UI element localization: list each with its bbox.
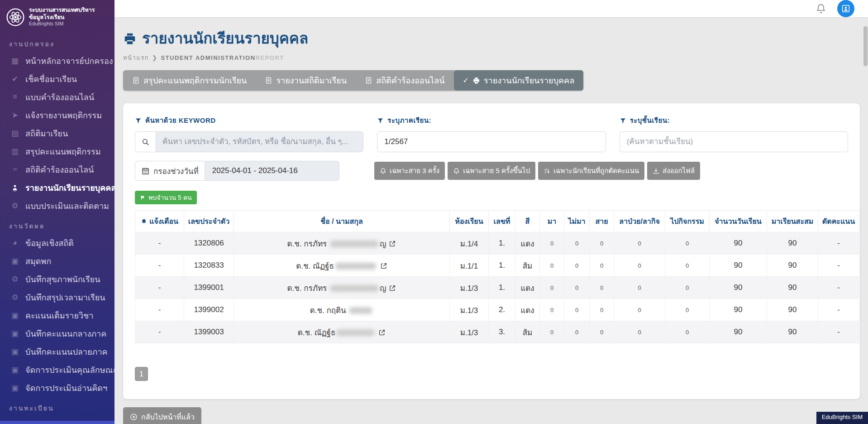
sidebar-item[interactable]: ◕ข้อมูลเชิงสถิติ [0, 234, 114, 252]
report-tabs: สรุปคะแนนพฤติกรรมนักเรียนรายงานสถิติมาเร… [123, 70, 583, 91]
column-header-attendance_total: มาเรียนสะสม [767, 211, 818, 232]
scrollbar-thumb[interactable] [863, 26, 868, 66]
sidebar-item[interactable]: ▦หน้าหลักอาจารย์ปกครอง [0, 52, 114, 70]
student-name: ด.ช. ณัฏฐ์ธ [298, 328, 336, 337]
action-button-label: เฉพาะสาย 5 ครั้งขึ้นไป [463, 165, 530, 176]
document-icon [365, 77, 372, 84]
semester-filter-label: ระบุภาคเรียน: [377, 115, 606, 126]
sidebar-item[interactable]: ▣คะแนนเต็มรายวิชา [0, 306, 114, 324]
action-button-label: เฉพาะสาย 3 ครั้ง [390, 165, 439, 176]
sidebar-item[interactable]: ⚙บันทึกสรุปเวลามาเรียน [0, 288, 114, 306]
action-button[interactable]: เฉพาะนักเรียนที่ถูกตัดคะแนน [538, 162, 644, 180]
column-header-color_group: สี [515, 211, 540, 232]
cell-school_days: 90 [710, 321, 767, 343]
cell-name: ด.ช. ณัฏฐ์ธ [234, 255, 450, 277]
column-header-room: ห้องเรียน [450, 211, 489, 232]
book-icon: ▣ [10, 311, 20, 320]
action-button[interactable]: ส่งออกไฟล์ [647, 162, 700, 180]
sidebar-item[interactable]: ➤แจ้งรายงานพฤติกรรม [0, 106, 114, 124]
tab[interactable]: สถิติคำร้องออนไลน์ [356, 70, 453, 91]
column-header-sick_leave: ลาป่วย/ลากิจ [614, 211, 665, 232]
result-count-badge: พบจำนวน 5 คน [135, 191, 197, 204]
bell-icon [141, 218, 147, 225]
notification-bell-icon[interactable] [816, 3, 826, 14]
external-link-icon[interactable] [389, 240, 396, 247]
cell-deduction: - [818, 321, 859, 343]
class-filter-group: ระบุชั้นเรียน: [620, 115, 848, 152]
cell-school_days: 90 [710, 255, 767, 277]
cell-student_id: 1399001 [184, 277, 234, 299]
cell-attendance_total: 90 [767, 232, 818, 255]
tab[interactable]: สรุปคะแนนพฤติกรรมนักเรียน [123, 70, 256, 91]
semester-filter-group: ระบุภาคเรียน: [377, 115, 606, 152]
sidebar-item[interactable]: ⚙แบบประเมินและติดตาม [0, 197, 114, 215]
sidebar-item[interactable]: ≡แบบคำร้องออนไลน์ [0, 88, 114, 106]
external-link-icon[interactable] [378, 329, 386, 336]
tab-active-student-report[interactable]: ✓รายงานนักเรียนรายบุคคล [454, 70, 584, 91]
action-button[interactable]: เฉพาะสาย 3 ครั้ง [374, 162, 445, 180]
table-row: -1320806ด.ช. กรภัทร ญม.1/41.แดง000009090… [135, 232, 859, 255]
sidebar-item[interactable]: ▣จัดการประเมินคุณลักษณะฯ [0, 361, 114, 379]
breadcrumb-home-link[interactable]: หน้าแรก [123, 53, 149, 63]
printer-icon [472, 77, 480, 84]
date-range-filter[interactable]: กรองช่วงวันที่ 2025-04-01 - 2025-04-16 [135, 161, 339, 181]
sidebar-item-active[interactable]: รายงานนักเรียนรายบุคคล [0, 178, 114, 197]
sidebar-item-label: สรุปคะแนนพฤติกรรม [25, 145, 101, 158]
sidebar-item[interactable]: ▤สถิติมาเรียน [0, 124, 114, 142]
cell-school_days: 90 [710, 299, 767, 321]
cell-color_group: ส้ม [515, 321, 540, 343]
class-search-input[interactable] [620, 131, 848, 152]
cell-number: 3. [489, 321, 515, 343]
tab[interactable]: รายงานสถิติมาเรียน [256, 70, 356, 91]
user-avatar[interactable] [837, 0, 854, 17]
redacted-name-blur [349, 307, 372, 314]
external-link-icon[interactable] [380, 262, 387, 270]
cell-absent: 0 [564, 255, 590, 277]
sidebar-item[interactable]: ⚙บันทึกสุขภาพนักเรียน [0, 270, 114, 288]
app-subtitle: EduBrights SIM [29, 21, 109, 27]
column-header-number: เลขที่ [489, 211, 515, 232]
cell-late: 0 [590, 299, 614, 321]
bell-icon [380, 168, 386, 174]
tab-label: สรุปคะแนนพฤติกรรมนักเรียน [143, 74, 247, 87]
redacted-name-blur [336, 329, 375, 336]
date-range-value[interactable]: 2025-04-01 - 2025-04-16 [205, 161, 339, 181]
tab-label: รายงานนักเรียนรายบุคคล [484, 74, 574, 87]
breadcrumb-section: STUDENT ADMINISTRATION [161, 54, 255, 61]
cell-student_id: 1399002 [184, 299, 234, 321]
sidebar-item[interactable]: ✔เช็คชื่อมาเรียน [0, 70, 114, 88]
book-icon: ▣ [10, 256, 20, 266]
cell-attendance_total: 90 [767, 277, 818, 299]
column-header-name: ชื่อ / นามสกุล [234, 211, 450, 232]
app-brand[interactable]: ระบบงานสารสนเทศบริหารข้อมูลโรงเรียน EduB… [0, 0, 114, 33]
sidebar-item[interactable]: ▣บันทึกคะแนนกลางภาค [0, 324, 114, 342]
sort-amount-icon [544, 168, 550, 174]
vertical-scrollbar[interactable] [863, 26, 868, 420]
cell-name: ด.ช. กรภัทร ญ [234, 277, 450, 299]
page-1-button[interactable]: 1 [135, 367, 148, 381]
sidebar-item[interactable]: ▣สมุดพก [0, 252, 114, 270]
sidebar-item[interactable]: ≈สถิติคำร้องออนไลน์ [0, 160, 114, 178]
sidebar-item[interactable]: ▣บันทึกคะแนนปลายภาค [0, 342, 114, 361]
breadcrumb: หน้าแรก ❯ STUDENT ADMINISTRATIONREPORT [123, 53, 868, 63]
cell-alert: - [135, 321, 184, 343]
cell-deduction: - [818, 277, 859, 299]
sidebar-item-label: เช็คชื่อมาเรียน [25, 72, 77, 86]
stats-icon: ▤ [10, 129, 20, 138]
sidebar-item[interactable]: ▥สรุปคะแนนพฤติกรรม [0, 142, 114, 160]
cell-activity: 0 [665, 255, 710, 277]
cell-activity: 0 [665, 277, 710, 299]
cell-student_id: 1320806 [184, 232, 234, 255]
tab-label: สถิติคำร้องออนไลน์ [376, 74, 444, 87]
person-icon [10, 183, 20, 192]
cell-attendance_total: 90 [767, 321, 818, 343]
action-button[interactable]: เฉพาะสาย 5 ครั้งขึ้นไป [448, 162, 535, 180]
book-icon: ▣ [10, 329, 20, 338]
keyword-search-input[interactable] [156, 131, 363, 152]
cell-room: ม.1/4 [450, 232, 489, 255]
semester-input[interactable] [377, 131, 606, 152]
sidebar-item[interactable]: ▣จัดการประเมินอ่านคิดฯ [0, 379, 114, 397]
keyword-filter-group: ค้นหาด้วย KEYWORD [135, 115, 363, 152]
back-button[interactable]: กลับไปหน้าที่แล้ว [123, 407, 201, 424]
external-link-icon[interactable] [389, 284, 396, 292]
